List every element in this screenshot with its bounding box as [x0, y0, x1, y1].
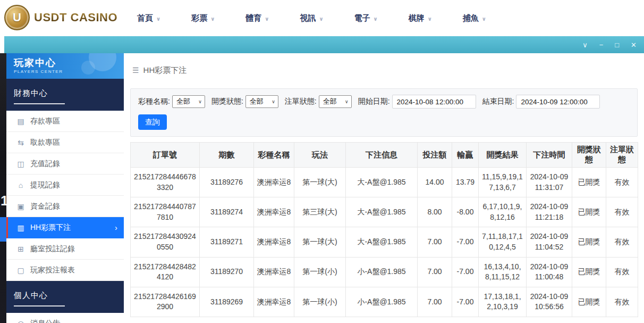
nav-item[interactable]: 電子∨ — [354, 13, 378, 23]
window-controls: ∨ − □ ✕ — [582, 36, 637, 53]
nav-item[interactable]: 捕魚∨ — [463, 13, 486, 23]
column-header-draw_status: 開獎狀態 — [572, 143, 606, 168]
search-button[interactable]: 查詢 — [138, 114, 167, 130]
logo-letter: U — [13, 11, 21, 24]
draw-status-value: 全部 — [250, 97, 264, 106]
column-header-draw_result: 開獎結果 — [479, 143, 527, 168]
table-row: 215217284430924055031189271澳洲幸运8第一球(大)大-… — [131, 227, 638, 257]
top-navigation-bar: U USDT CASINO 首頁∨彩票∨體育∨視訊∨電子∨棋牌∨捕魚∨ — [0, 0, 644, 36]
nav-item-label: 捕魚 — [463, 13, 479, 23]
chevron-down-icon: ∨ — [374, 16, 378, 22]
nav-item[interactable]: 體育∨ — [245, 13, 269, 23]
window-close-button[interactable]: ✕ — [631, 42, 637, 48]
cell-bet_amount: 8.00 — [418, 197, 452, 227]
filter-label-draw-status: 開獎狀態: — [211, 97, 243, 106]
sidebar-item-funds-record[interactable]: ▣資金記錄 — [6, 196, 124, 217]
nav-item[interactable]: 彩票∨ — [191, 13, 215, 23]
cell-draw_result: 17,13,18,1,2,10,3,19 — [479, 287, 527, 317]
sidebar-item-cashout-record[interactable]: ⌂提現記錄 — [6, 175, 124, 196]
player-report-icon: ▢ — [16, 266, 25, 275]
nav-item[interactable]: 首頁∨ — [137, 13, 160, 23]
nav-item[interactable]: 視訊∨ — [300, 13, 323, 23]
column-header-order_id: 訂單號 — [131, 143, 200, 168]
nav-item[interactable]: 棋牌∨ — [409, 13, 432, 23]
sidebar-section-label: 個人中心 — [6, 281, 124, 307]
column-header-lottery_name: 彩種名稱 — [254, 143, 294, 168]
background-artifact-strip: 1 — [0, 53, 6, 323]
sidebar-item-label: 資金記錄 — [30, 202, 60, 211]
cell-bet_time: 2024-10-09 11:00:48 — [527, 257, 572, 287]
sidebar-item-label: 消息公告 — [30, 319, 60, 323]
cell-order_status: 有效 — [606, 257, 638, 287]
cell-win_loss: -7.00 — [452, 227, 479, 257]
hall-bet-record-icon: ⊞ — [16, 245, 25, 253]
cell-bet_info: 大-A盤@1.985 — [346, 168, 418, 197]
cell-period: 31189276 — [200, 168, 254, 197]
deposit-zone-icon: ▤ — [16, 117, 25, 126]
logo[interactable]: U USDT CASINO — [4, 5, 117, 30]
cell-draw_status: 已開獎 — [572, 168, 606, 197]
cell-win_loss: -8.00 — [452, 197, 479, 227]
window-minimize-button[interactable]: − — [599, 42, 604, 48]
cell-draw_status: 已開獎 — [572, 197, 606, 227]
sidebar-menu: ▤存款專區⇆取款專區◫充值記錄⌂提現記錄▣資金記錄▥HH彩票下注›⊞廳室投註記錄… — [6, 111, 124, 281]
cell-draw_status: 已開獎 — [572, 257, 606, 287]
start-date-input[interactable] — [392, 95, 476, 109]
main-content: ☰ HH彩票下注 彩種名稱:全部∨開獎狀態:全部∨注單狀態:全部∨開始日期:結束… — [124, 53, 644, 323]
window-collapse-button[interactable]: ∨ — [582, 42, 588, 48]
cell-draw_status: 已開獎 — [572, 287, 606, 317]
cell-lottery_name: 澳洲幸运8 — [254, 227, 294, 257]
lottery-name-select[interactable]: 全部∨ — [172, 95, 205, 108]
chevron-down-icon: ∨ — [156, 16, 160, 22]
cell-bet_amount: 14.00 — [418, 168, 452, 197]
cell-bet_time: 2024-10-09 11:31:07 — [527, 168, 572, 197]
sidebar-item-recharge-record[interactable]: ◫充值記錄 — [6, 153, 124, 175]
cell-bet_info: 大-A盤@1.985 — [346, 227, 418, 257]
table-row: 215217284446678332031189276澳洲幸运8第一球(大)大-… — [131, 168, 638, 197]
cell-order_status: 有效 — [606, 197, 638, 227]
cell-bet_time: 2024-10-09 11:21:18 — [527, 197, 572, 227]
table-row: 215217284428482412031189270澳洲幸运8第一球(小)小-… — [131, 257, 638, 287]
end-date-input[interactable] — [516, 95, 600, 109]
table-row: 215217284426169290031189269澳洲幸运8第一球(小)小-… — [131, 287, 638, 317]
cell-bet_info: 小-A盤@1.985 — [346, 257, 418, 287]
sidebar: 玩家中心 PLAYERS CENTER 財務中心▤存款專區⇆取款專區◫充值記錄⌂… — [6, 53, 124, 323]
sidebar-item-announcement[interactable]: ◎消息公告 — [6, 313, 124, 323]
filter-panel: 彩種名稱:全部∨開獎狀態:全部∨注單狀態:全部∨開始日期:結束日期: 查詢 — [130, 88, 638, 137]
cell-period: 31189271 — [200, 227, 254, 257]
draw-status-select[interactable]: 全部∨ — [245, 95, 278, 108]
sidebar-item-lottery-bet[interactable]: ▥HH彩票下注› — [6, 217, 124, 238]
background-artifact-text: 1 — [1, 193, 6, 209]
column-header-bet_time: 下注時間 — [527, 143, 572, 168]
window-maximize-button[interactable]: □ — [615, 42, 619, 48]
cell-win_loss: -7.00 — [452, 287, 479, 317]
sidebar-item-label: 玩家投注報表 — [30, 266, 75, 275]
logo-icon: U — [4, 5, 30, 30]
funds-record-icon: ▣ — [16, 202, 25, 211]
sidebar-item-withdraw-zone[interactable]: ⇆取款專區 — [6, 132, 124, 153]
sidebar-item-deposit-zone[interactable]: ▤存款專區 — [6, 111, 124, 132]
order-status-select[interactable]: 全部∨ — [319, 95, 352, 108]
chevron-down-icon: ∨ — [345, 99, 349, 104]
window-titlebar[interactable]: ∨ − □ ✕ — [4, 36, 644, 53]
cell-play_type: 第一球(小) — [294, 287, 346, 317]
chevron-down-icon: ∨ — [265, 16, 269, 22]
table-body: 215217284446678332031189276澳洲幸运8第一球(大)大-… — [131, 168, 638, 317]
sidebar-item-player-report[interactable]: ▢玩家投注報表 — [6, 260, 124, 281]
table-row: 215217284440787781031189274澳洲幸运8第三球(大)大-… — [131, 197, 638, 227]
sidebar-item-label: 提現記錄 — [30, 180, 60, 190]
announcement-icon: ◎ — [16, 319, 25, 323]
lottery-name-value: 全部 — [176, 97, 190, 106]
cell-lottery_name: 澳洲幸运8 — [254, 168, 294, 197]
cashout-record-icon: ⌂ — [16, 181, 25, 189]
lottery-bet-icon: ▥ — [16, 223, 25, 232]
withdraw-zone-icon: ⇆ — [16, 138, 25, 147]
sidebar-item-hall-bet-record[interactable]: ⊞廳室投註記錄 — [6, 238, 124, 260]
cell-bet_time: 2024-10-09 11:04:52 — [527, 227, 572, 257]
cell-order_status: 有效 — [606, 168, 638, 197]
cell-draw_result: 7,11,18,17,10,12,4,5 — [479, 227, 527, 257]
breadcrumb: ☰ HH彩票下注 — [124, 53, 644, 87]
sidebar-subtitle: PLAYERS CENTER — [14, 69, 124, 74]
cell-lottery_name: 澳洲幸运8 — [254, 197, 294, 227]
column-header-bet_amount: 投注額 — [418, 143, 452, 168]
